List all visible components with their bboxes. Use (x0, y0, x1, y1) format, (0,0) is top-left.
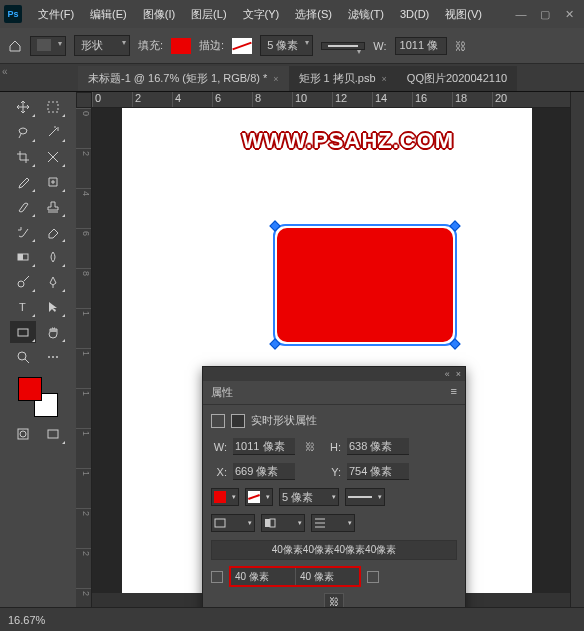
wand-tool[interactable] (40, 121, 66, 143)
menu-view[interactable]: 视图(V) (437, 3, 490, 26)
corner-tl-input[interactable] (231, 568, 295, 585)
fill-color[interactable] (171, 38, 191, 54)
h-label: H: (325, 441, 341, 453)
canvas-area[interactable]: 02468101214161820 0246811111222 WWW.PSAH… (76, 92, 584, 607)
corner-tr-check[interactable] (367, 571, 379, 583)
doc-tab-3[interactable]: QQ图片2020042110 (397, 66, 517, 91)
lasso-tool[interactable] (10, 121, 36, 143)
stroke-style-select[interactable] (321, 42, 365, 50)
close-button[interactable]: ✕ (558, 5, 580, 23)
svg-point-6 (18, 352, 26, 360)
height-input[interactable] (347, 438, 409, 455)
w-label: W: (211, 441, 227, 453)
handle-tl[interactable] (269, 220, 280, 231)
patch-tool[interactable] (40, 171, 66, 193)
zoom-level[interactable]: 16.67% (8, 614, 45, 626)
handle-br[interactable] (449, 338, 460, 349)
y-input[interactable] (347, 463, 409, 480)
x-input[interactable] (233, 463, 295, 480)
w-label: W: (373, 40, 386, 52)
fill-swatch[interactable] (30, 36, 66, 56)
width-input[interactable] (395, 37, 447, 55)
align-select-1[interactable] (211, 514, 255, 532)
menu-edit[interactable]: 编辑(E) (82, 3, 135, 26)
ruler-horizontal[interactable]: 02468101214161820 (92, 92, 584, 108)
zoom-tool[interactable] (10, 346, 36, 368)
align-select-3[interactable] (311, 514, 355, 532)
link-icon[interactable]: ⛓ (301, 441, 319, 452)
stroke-style-select[interactable] (345, 488, 385, 506)
menu-3d[interactable]: 3D(D) (392, 4, 437, 24)
handle-bl[interactable] (269, 338, 280, 349)
hand-tool[interactable] (40, 321, 66, 343)
slice-tool[interactable] (40, 146, 66, 168)
move-tool[interactable] (10, 96, 36, 118)
ruler-vertical[interactable]: 0246811111222 (76, 108, 92, 607)
close-icon[interactable]: × (273, 74, 278, 84)
width-input[interactable] (233, 438, 295, 455)
menu-file[interactable]: 文件(F) (30, 3, 82, 26)
options-bar: 形状 填充: 描边: 5 像素 W: ⛓ (0, 28, 584, 64)
handle-tr[interactable] (449, 220, 460, 231)
align-select-2[interactable] (261, 514, 305, 532)
stroke-width-select[interactable]: 5 像素 (260, 35, 313, 56)
marquee-tool[interactable] (40, 96, 66, 118)
crop-tool[interactable] (10, 146, 36, 168)
doc-tab-2[interactable]: 矩形 1 拷贝.psb× (289, 66, 397, 91)
quickmask-tool[interactable] (10, 423, 36, 445)
type-tool[interactable]: T (10, 296, 36, 318)
close-icon[interactable]: × (456, 369, 461, 379)
panel-title[interactable]: 属性 (211, 385, 233, 400)
pen-tool[interactable] (40, 271, 66, 293)
stroke-width-select[interactable]: 5 像素 (279, 488, 339, 506)
menu-type[interactable]: 文字(Y) (235, 3, 288, 26)
minimize-button[interactable]: — (510, 5, 532, 23)
dodge-tool[interactable] (10, 271, 36, 293)
path-select-tool[interactable] (40, 296, 66, 318)
rectangle-tool[interactable] (10, 321, 36, 343)
link-wh-icon[interactable]: ⛓ (455, 40, 466, 52)
svg-rect-13 (215, 519, 225, 527)
watermark-text: WWW.PSAHZ.COM (242, 128, 454, 154)
fill-color-select[interactable] (211, 488, 239, 506)
maximize-button[interactable]: ▢ (534, 5, 556, 23)
gradient-tool[interactable] (10, 246, 36, 268)
panel-strip[interactable] (570, 92, 584, 607)
collapse-icon[interactable]: « (445, 369, 450, 379)
ruler-origin[interactable] (76, 92, 92, 108)
shape-mode-select[interactable]: 形状 (74, 35, 130, 56)
stamp-tool[interactable] (40, 196, 66, 218)
stroke-label: 描边: (199, 38, 224, 53)
home-icon[interactable] (8, 39, 22, 53)
history-brush-tool[interactable] (10, 221, 36, 243)
fg-color[interactable] (18, 377, 42, 401)
doc-tab-1[interactable]: 未标题-1 @ 16.7% (矩形 1, RGB/8) *× (78, 66, 289, 91)
menu-filter[interactable]: 滤镜(T) (340, 3, 392, 26)
svg-rect-5 (18, 329, 28, 336)
more-tools[interactable] (40, 346, 66, 368)
x-label: X: (211, 466, 227, 478)
color-swatches[interactable] (18, 377, 58, 417)
eyedropper-tool[interactable] (10, 171, 36, 193)
corner-tl-check[interactable] (211, 571, 223, 583)
menu-image[interactable]: 图像(I) (135, 3, 183, 26)
blur-tool[interactable] (40, 246, 66, 268)
eraser-tool[interactable] (40, 221, 66, 243)
fill-label: 填充: (138, 38, 163, 53)
screenmode-tool[interactable] (40, 423, 66, 445)
stroke-color[interactable] (232, 38, 252, 54)
brush-tool[interactable] (10, 196, 36, 218)
corner-tr-input[interactable] (295, 568, 359, 585)
svg-rect-15 (270, 519, 275, 527)
corner-summary[interactable]: 40像素40像素40像素40像素 (211, 540, 457, 560)
svg-point-7 (48, 356, 50, 358)
close-icon[interactable]: × (382, 74, 387, 84)
panel-menu-icon[interactable]: ≡ (451, 385, 457, 400)
selection-outline[interactable] (273, 224, 457, 346)
svg-rect-12 (48, 430, 58, 438)
menu-select[interactable]: 选择(S) (287, 3, 340, 26)
menu-layer[interactable]: 图层(L) (183, 3, 234, 26)
link-corners-icon[interactable]: ⛓ (324, 593, 344, 607)
collapse-handle[interactable]: « (2, 66, 8, 77)
stroke-color-select[interactable] (245, 488, 273, 506)
